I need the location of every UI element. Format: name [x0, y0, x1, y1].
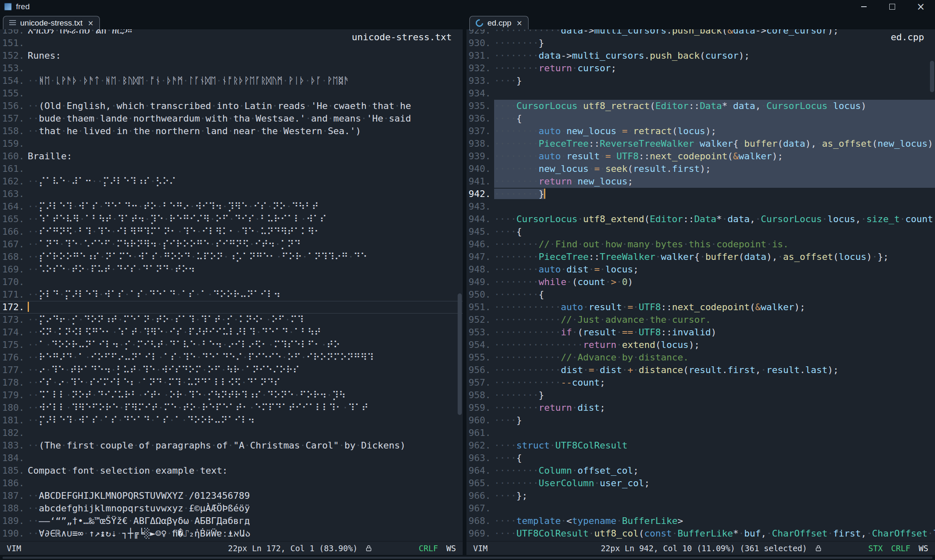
code-line[interactable]: 946.········//·Find·out·how·many·bytes·t… — [466, 238, 935, 251]
code-line[interactable]: 932.········return·cursor; — [466, 62, 935, 75]
tab-ed-cpp[interactable]: ed.cpp × — [469, 16, 529, 29]
code-line[interactable]: 957.············--count; — [466, 376, 935, 389]
whitespace-dots: · — [182, 415, 187, 425]
code-line[interactable]: 180.··⠺⠊⠇⠇·⠹⠻⠑⠋⠕⠗⠑·⠏⠻⠍⠊⠞·⠍⠑·⠞⠕·⠗⠑⠏⠑⠁⠞⠂·⠑… — [0, 402, 463, 414]
vertical-scrollbar[interactable] — [457, 29, 463, 542]
code-line[interactable]: 931.········data->multi_cursors.push_bac… — [466, 49, 935, 62]
code-line[interactable]: 170. — [0, 276, 463, 288]
vscrollbar-thumb[interactable] — [458, 293, 462, 415]
code-line[interactable]: 958.········} — [466, 389, 935, 402]
code-line[interactable]: 160.Braille: — [0, 150, 463, 163]
code-line[interactable]: 190.··∀∂∈ℝ∧∪≡∞·↑↗↨↻⇣·┐┼╔╘░►☺♀·ﬁ�⑀₂ἠḂӥẄɐː… — [0, 527, 463, 540]
code-line[interactable]: 179.··⠩⠁⠇⠇·⠝⠕⠞·⠙⠊⠌⠥⠗⠃·⠊⠞⠂·⠕⠗·⠹⠑·⡊⠳⠝⠞⠗⠹⠰⠎… — [0, 389, 463, 402]
code-line[interactable]: 940.········new_locus·=·seek(result.firs… — [466, 163, 935, 175]
code-line[interactable]: 171.··⡕⠇⠙·⡍⠜⠇⠑⠹·⠺⠁⠎·⠁⠎·⠙⠑⠁⠙·⠁⠎·⠁·⠙⠕⠕⠗⠤⠝⠁… — [0, 288, 463, 301]
code-line[interactable]: 960.····} — [466, 414, 935, 427]
code-line[interactable]: 942.········} — [466, 188, 935, 200]
code-line[interactable]: 166.··⠎⠊⠛⠝⠫·⠃⠹·⠹⠑·⠊⠇⠻⠛⠹⠍⠁⠝⠂·⠹⠑·⠊⠇⠻⠅⠂·⠹⠑·… — [0, 226, 463, 238]
code-line[interactable]: 183.··(The·first·couple·of·paragraphs·of… — [0, 439, 463, 452]
code-line[interactable]: 155. — [0, 87, 463, 100]
code-line[interactable]: 930.········} — [466, 37, 935, 49]
title-bar[interactable]: fred × — [0, 0, 935, 13]
vscrollbar-thumb[interactable] — [930, 61, 934, 92]
code-line[interactable]: 176.··⠗⠑⠛⠜⠙·⠁·⠊⠕⠋⠋⠔⠤⠝⠁⠊⠇·⠁⠎·⠹⠑·⠙⠑⠁⠙⠑⠌·⠏⠊… — [0, 351, 463, 364]
code-line[interactable]: 175.··⠁·⠙⠕⠕⠗⠤⠝⠁⠊⠇⠲·⡊·⠍⠊⠣⠞·⠙⠁⠧⠑·⠃⠑⠲·⠔⠊⠇⠔⠫… — [0, 339, 463, 351]
code-area[interactable]: 150.እግርህን·በፍራሽህ·ልክ·ዘርጋ።151.152.Runes:153… — [0, 29, 463, 542]
code-line[interactable]: 162.··⡌⠁⠧⠑·⠼⠁⠒··⡍⠜⠇⠑⠹⠰⠎·⡣⠕⠌ — [0, 175, 463, 188]
code-line[interactable]: 182. — [0, 427, 463, 439]
code-line[interactable]: 169.··⠡⠕⠎⠑·⠞⠕·⠏⠥⠞·⠙⠊⠎·⠙⠁⠝⠙·⠞⠕⠲ — [0, 263, 463, 276]
code-line[interactable]: 181.··⡍⠜⠇⠑⠹·⠺⠁⠎·⠁⠎·⠙⠑⠁⠙·⠁⠎·⠁·⠙⠕⠕⠗⠤⠝⠁⠊⠇⠲ — [0, 414, 463, 427]
code-line[interactable]: 157.··bude·thaem·lande·northweardum·with… — [0, 112, 463, 125]
code-line[interactable]: 948.········auto·dist·=·locus; — [466, 263, 935, 276]
code-line[interactable]: 935.····CursorLocus·utf8_retract(Editor:… — [466, 100, 935, 112]
code-line[interactable]: 956.············dist·=·dist·+·distance(r… — [466, 364, 935, 376]
hscrollbar-thumb[interactable] — [3, 557, 932, 559]
code-line[interactable]: 188.··abcdefghijklmnopqrstuvwxyz·£©µÀÆÖÞ… — [0, 502, 463, 515]
code-line[interactable]: 154.··ᚻᛖ·ᚳᚹᚫᚦ·ᚦᚫᛏ·ᚻᛖ·ᛒᚢᛞᛖ·ᚩᚾ·ᚦᚫᛗ·ᛚᚪᚾᛞᛖ·ᚾ… — [0, 75, 463, 87]
code-line[interactable]: 178.··⠊⠎·⠔·⠹⠑·⠎⠊⠍⠊⠇⠑⠆·⠁⠝⠙·⠍⠹·⠥⠝⠙⠁⠇⠇⠪⠫·⠙⠁… — [0, 376, 463, 389]
vertical-scrollbar[interactable] — [929, 29, 935, 542]
code-line[interactable]: 961. — [466, 427, 935, 439]
code-line[interactable]: 969.····UTF8ColResult·utf8_col(const·Buf… — [466, 527, 935, 540]
code-line[interactable]: 184. — [0, 452, 463, 464]
code-line[interactable]: 952.············//·Just·advance·the·curs… — [466, 314, 935, 326]
code-line[interactable]: 959.········return·dist; — [466, 402, 935, 414]
code-line[interactable]: 966.····}; — [466, 490, 935, 502]
tab-close-icon[interactable]: × — [516, 19, 522, 27]
code-line[interactable]: 173.··⡍⠔⠙⠖·⡊·⠙⠕⠝⠰⠞·⠍⠑⠁⠝·⠞⠕·⠎⠁⠹·⠹⠁⠞·⡊·⠅⠝⠪… — [0, 314, 463, 326]
code-line[interactable]: 929.············data->multi_cursors.push… — [466, 29, 935, 37]
code-line[interactable]: 941.········return·new_locus; — [466, 175, 935, 188]
code-line[interactable]: 174.··⠪⠝·⠅⠝⠪⠇⠫⠛⠑⠂·⠱⠁⠞·⠹⠻⠑·⠊⠎·⠏⠜⠞⠊⠊⠥⠇⠜⠇⠹·… — [0, 326, 463, 339]
code-line[interactable]: 938.········PieceTree::ReverseTreeWalker… — [466, 137, 935, 150]
code-line[interactable]: 187.··ABCDEFGHIJKLMNOPQRSTUVWXYZ·/012345… — [0, 490, 463, 502]
code-line[interactable]: 167.··⠁⠝⠙·⠹⠑·⠡⠊⠑⠋·⠍⠳⠗⠝⠻⠲·⡎⠊⠗⠕⠕⠛⠑·⠎⠊⠛⠝⠫·⠊… — [0, 238, 463, 251]
code-line[interactable]: 168.··⡎⠊⠗⠕⠕⠛⠑⠰⠎·⠝⠁⠍⠑·⠺⠁⠎·⠛⠕⠕⠙·⠥⠏⠕⠝·⠰⡡⠁⠝⠛… — [0, 251, 463, 263]
code-line[interactable]: 163. — [0, 188, 463, 200]
code-line[interactable]: 161. — [0, 163, 463, 175]
code-line[interactable]: 933.····} — [466, 75, 935, 87]
code-line[interactable]: 939.········auto·result·=·UTF8::next_cod… — [466, 150, 935, 163]
close-button[interactable]: × — [906, 0, 935, 13]
code-line[interactable]: 156.··(Old·English,·which·transcribed·in… — [0, 100, 463, 112]
code-line[interactable]: 947.········PieceTree::TreeWalker·walker… — [466, 251, 935, 263]
code-line[interactable]: 164.··⡍⠜⠇⠑⠹·⠺⠁⠎·⠙⠑⠁⠙⠒·⠞⠕·⠃⠑⠛⠔·⠺⠊⠹⠲·⡹⠻⠑·⠊… — [0, 200, 463, 213]
code-line[interactable]: 185.Compact·font·selection·example·text: — [0, 464, 463, 477]
code-line[interactable]: 950.········{ — [466, 288, 935, 301]
lock-icon[interactable] — [365, 544, 372, 552]
code-line[interactable]: 944.····CursorLocus·utf8_extend(Editor::… — [466, 213, 935, 226]
code-line[interactable]: 965.········UserColumn·user_col; — [466, 477, 935, 490]
maximize-button[interactable] — [878, 0, 906, 13]
code-line[interactable]: 945.····{ — [466, 226, 935, 238]
code-line[interactable]: 159. — [0, 137, 463, 150]
code-area[interactable]: 929.············data->multi_cursors.push… — [466, 29, 935, 542]
code-line[interactable]: 186. — [0, 477, 463, 490]
tab-unicode-stress-txt[interactable]: unicode-stress.txt × — [3, 16, 100, 29]
code-line[interactable]: 152.Runes: — [0, 49, 463, 62]
code-line[interactable]: 934. — [466, 87, 935, 100]
code-line[interactable]: 943. — [466, 200, 935, 213]
code-line[interactable]: 937.········auto·new_locus·=·retract(loc… — [466, 125, 935, 137]
code-line[interactable]: 153. — [0, 62, 463, 75]
code-line[interactable]: 165.··⠱⠁⠞⠑⠧⠻·⠁⠃⠳⠞·⠹⠁⠞⠲·⡹⠑·⠗⠑⠛⠊⠌⠻·⠕⠋·⠙⠊⠎·… — [0, 213, 463, 226]
code-line[interactable]: 968.····template·<typename·BufferLike> — [466, 515, 935, 527]
code-line[interactable]: 189.··–—‘“”„†•…‰™œŠŸž€·ΑΒΓΔΩαβγδω·АБВГДа… — [0, 515, 463, 527]
code-line[interactable]: 963.····{ — [466, 452, 935, 464]
code-line[interactable]: 951.············auto·result·=·UTF8::next… — [466, 301, 935, 314]
code-line[interactable]: 954.················return·extend(locus)… — [466, 339, 935, 351]
whitespace-dots: ···· — [494, 75, 516, 86]
code-line[interactable]: 962.····struct·UTF8ColResult — [466, 439, 935, 452]
code-line[interactable]: 158.··that·he·lived·in·the·northern·land… — [0, 125, 463, 137]
code-line[interactable]: 967. — [466, 502, 935, 515]
code-line[interactable]: 955.············//·Advance·by·distance. — [466, 351, 935, 364]
code-line[interactable]: 177.··⠔·⠹⠑·⠞⠗⠁⠙⠑⠲·⡃⠥⠞·⠹⠑·⠺⠊⠎⠙⠕⠍·⠕⠋·⠳⠗·⠁⠝… — [0, 364, 463, 376]
code-line[interactable]: 964.········Column·offset_col; — [466, 464, 935, 477]
code-line[interactable]: 949.········while·(count·>·0) — [466, 276, 935, 288]
pane-divider[interactable] — [463, 13, 466, 560]
lock-icon[interactable] — [815, 544, 822, 552]
code-line[interactable]: 953.············if·(result·==·UTF8::inva… — [466, 326, 935, 339]
minimize-button[interactable] — [849, 0, 878, 13]
code-line[interactable]: 936.····{ — [466, 112, 935, 125]
code-line[interactable]: 172. — [0, 301, 463, 314]
tab-close-icon[interactable]: × — [88, 19, 94, 27]
